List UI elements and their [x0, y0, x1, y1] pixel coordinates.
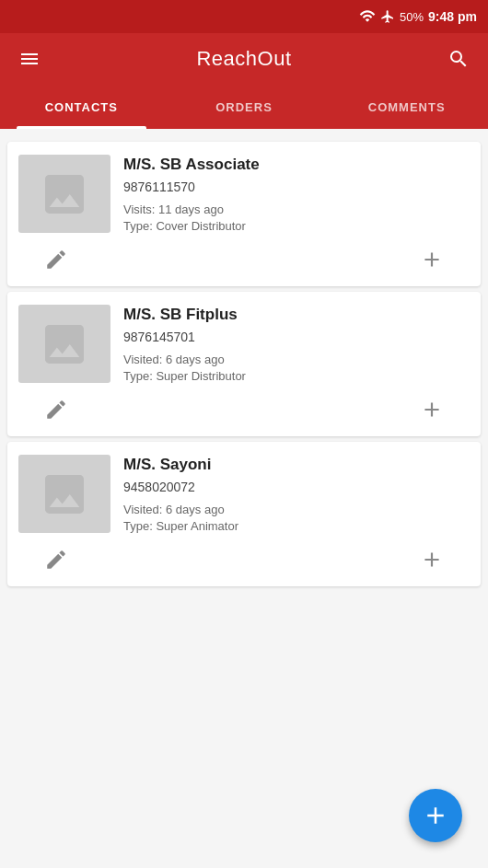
card-content-1: M/S. SB Associate 9876111570 Visits: 11 … — [18, 155, 470, 233]
search-button[interactable] — [444, 44, 473, 74]
contact-phone-3: 9458020072 — [123, 480, 470, 494]
image-placeholder-icon-2 — [39, 318, 90, 370]
app-title: ReachOut — [196, 47, 291, 71]
edit-button-1[interactable] — [37, 240, 76, 279]
contact-visits-1: Visits: 11 days ago — [123, 203, 470, 216]
contact-type-3: Type: Super Animator — [123, 519, 470, 533]
add-icon-3 — [420, 548, 444, 572]
contact-visits-3: Visited: 6 days ago — [123, 503, 470, 516]
card-actions-2 — [18, 390, 470, 429]
contact-card-2: M/S. SB Fitplus 9876145701 Visited: 6 da… — [7, 292, 481, 436]
menu-button[interactable] — [15, 44, 44, 74]
fab-add-contact[interactable] — [409, 789, 462, 842]
time-display: 9:48 pm — [428, 9, 477, 24]
card-content-2: M/S. SB Fitplus 9876145701 Visited: 6 da… — [18, 305, 470, 383]
card-info-1: M/S. SB Associate 9876111570 Visits: 11 … — [123, 155, 470, 233]
contact-type-1: Type: Cover Distributor — [123, 219, 470, 233]
contact-image-3 — [18, 455, 110, 533]
image-placeholder-icon-1 — [39, 168, 90, 220]
airplane-icon — [380, 9, 395, 24]
tab-orders[interactable]: ORDERS — [163, 85, 326, 129]
tab-contacts[interactable]: CONTACTS — [0, 85, 163, 129]
app-bar-icons — [444, 44, 473, 74]
card-info-2: M/S. SB Fitplus 9876145701 Visited: 6 da… — [123, 305, 470, 383]
card-info-3: M/S. Sayoni 9458020072 Visited: 6 days a… — [123, 455, 470, 533]
contact-name-2: M/S. SB Fitplus — [123, 305, 470, 325]
tab-bar: CONTACTS ORDERS COMMENTS — [0, 85, 488, 129]
contact-card-3: M/S. Sayoni 9458020072 Visited: 6 days a… — [7, 442, 481, 586]
contact-phone-2: 9876145701 — [123, 330, 470, 344]
contact-phone-1: 9876111570 — [123, 179, 470, 194]
image-placeholder-icon-3 — [39, 469, 90, 520]
tab-comments[interactable]: COMMENTS — [325, 85, 488, 129]
card-content-3: M/S. Sayoni 9458020072 Visited: 6 days a… — [18, 455, 470, 533]
edit-icon-3 — [44, 548, 68, 572]
edit-icon-1 — [44, 248, 68, 272]
contact-visits-2: Visited: 6 days ago — [123, 353, 470, 366]
wifi-icon — [359, 10, 376, 23]
battery-text: 50% — [400, 10, 424, 24]
card-actions-1 — [18, 240, 470, 279]
add-button-2[interactable] — [412, 390, 451, 429]
edit-icon-2 — [44, 398, 68, 422]
contact-image-1 — [18, 155, 110, 233]
fab-add-icon — [422, 802, 449, 829]
cards-container: M/S. SB Associate 9876111570 Visits: 11 … — [0, 129, 488, 599]
add-icon-1 — [420, 248, 444, 272]
status-icons: 50% 9:48 pm — [359, 9, 477, 24]
add-icon-2 — [420, 398, 444, 422]
contact-name-1: M/S. SB Associate — [123, 155, 470, 175]
add-button-3[interactable] — [412, 540, 451, 579]
card-actions-3 — [18, 540, 470, 579]
edit-button-2[interactable] — [37, 390, 76, 429]
contact-name-3: M/S. Sayoni — [123, 455, 470, 475]
contact-type-2: Type: Super Distributor — [123, 369, 470, 383]
status-bar: 50% 9:48 pm — [0, 0, 488, 33]
contact-card-1: M/S. SB Associate 9876111570 Visits: 11 … — [7, 142, 481, 286]
edit-button-3[interactable] — [37, 540, 76, 579]
app-bar: ReachOut — [0, 33, 488, 85]
add-button-1[interactable] — [412, 240, 451, 279]
contact-image-2 — [18, 305, 110, 383]
